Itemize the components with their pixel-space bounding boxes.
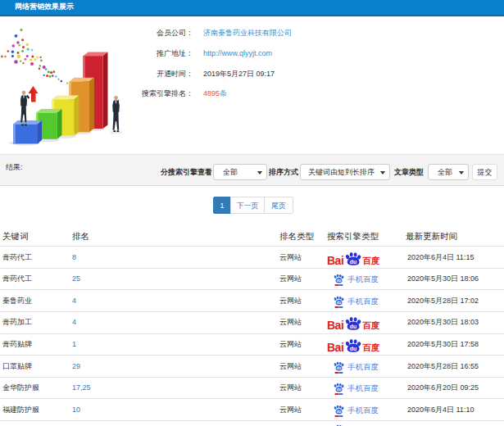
svg-text:du: du: [350, 346, 357, 351]
svg-text:du: du: [337, 410, 342, 414]
svg-text:du: du: [337, 279, 342, 283]
svg-text:du: du: [337, 301, 342, 305]
svg-text:du: du: [350, 258, 357, 264]
svg-text:du: du: [350, 324, 357, 329]
svg-text:du: du: [337, 366, 342, 370]
svg-text:du: du: [337, 387, 342, 392]
